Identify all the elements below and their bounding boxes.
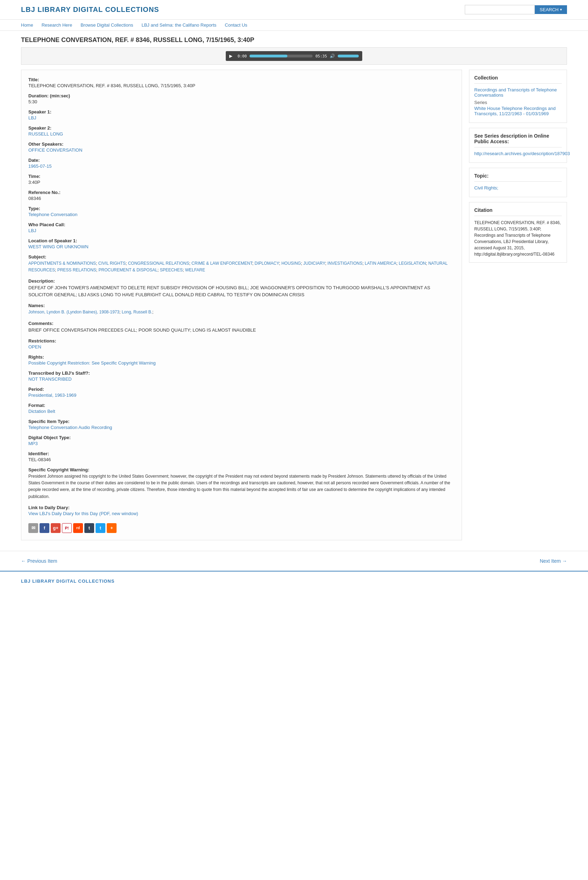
- ref-label: Reference No.:: [28, 190, 454, 195]
- subject-link-congressional[interactable]: CONGRESSIONAL RELATIONS: [128, 261, 189, 266]
- social-pinterest-button[interactable]: P!: [62, 523, 72, 533]
- other-speakers-link[interactable]: OFFICE CONVERSATION: [28, 147, 82, 153]
- opa-section: See Series description in Online Public …: [469, 128, 567, 163]
- pagination: ← Previous Item Next Item →: [0, 551, 588, 571]
- subject-link-appointments[interactable]: APPOINTMENTS & NOMINATIONS: [28, 261, 96, 266]
- audio-wrapper: ▶ 0:00 05:35 🔊: [21, 47, 567, 65]
- nav-research[interactable]: Research Here: [42, 23, 72, 28]
- topic-link[interactable]: Civil Rights;: [474, 185, 562, 191]
- collection-section: Collection Recordings and Transcripts of…: [469, 70, 567, 123]
- restrictions-link[interactable]: OPEN: [28, 344, 41, 350]
- restrictions-label: Restrictions:: [28, 338, 454, 344]
- subject-link-legislation[interactable]: LEGISLATION: [399, 261, 426, 266]
- social-email-button[interactable]: ✉: [28, 523, 38, 533]
- prev-item-link[interactable]: ← Previous Item: [21, 558, 57, 564]
- specific-item-type-link[interactable]: Telephone Conversation Audio Recording: [28, 425, 112, 430]
- subject-link-press[interactable]: PRESS RELATIONS: [57, 267, 96, 272]
- current-time: 0:00: [238, 54, 247, 59]
- search-bar: SEARCH: [465, 5, 567, 14]
- subject-link-procurement[interactable]: PROCUREMENT & DISPOSAL: [99, 267, 158, 272]
- identifier-value: TEL-08346: [28, 457, 454, 462]
- opa-link[interactable]: http://research.archives.gov/description…: [474, 151, 562, 156]
- next-item-link[interactable]: Next Item →: [540, 558, 567, 564]
- subject-link-speeches[interactable]: SPEECHES: [160, 267, 183, 272]
- title-label: Title:: [28, 77, 454, 82]
- format-link[interactable]: Dictation Belt: [28, 408, 55, 414]
- name-johnson[interactable]: Johnson, Lyndon B. (Lyndon Baines), 1908…: [28, 309, 119, 314]
- site-header: LBJ LIBRARY DIGITAL COLLECTIONS SEARCH: [0, 0, 588, 19]
- social-tumblr-button[interactable]: t: [84, 523, 94, 533]
- topic-title: Topic:: [474, 173, 562, 182]
- social-gplus-button[interactable]: g+: [51, 523, 60, 533]
- search-button[interactable]: SEARCH: [535, 5, 567, 14]
- social-share: ✉ f g+ P! rd t t +: [28, 523, 454, 533]
- subject-link-diplomacy[interactable]: DIPLOMACY: [255, 261, 279, 266]
- period-link[interactable]: Presidential, 1963-1969: [28, 393, 76, 398]
- speaker1-link[interactable]: LBJ: [28, 115, 36, 120]
- footer-title: LBJ LIBRARY DIGITAL COLLECTIONS: [21, 578, 567, 584]
- who-placed-label: Who Placed Call:: [28, 222, 454, 227]
- social-more-button[interactable]: +: [107, 523, 117, 533]
- subject-link-judiciary[interactable]: JUDICIARY: [303, 261, 325, 266]
- comments-value: BRIEF OFFICE CONVERSATION PRECEDES CALL;…: [28, 327, 454, 334]
- social-twitter-button[interactable]: t: [96, 523, 105, 533]
- site-footer: LBJ LIBRARY DIGITAL COLLECTIONS: [0, 571, 588, 591]
- left-panel: Title: TELEPHONE CONVERSATION, REF. # 83…: [21, 70, 462, 540]
- page-title-bar: TELEPHONE CONVERSATION, REF. # 8346, RUS…: [0, 31, 588, 47]
- social-facebook-button[interactable]: f: [39, 523, 50, 533]
- time-value: 3:40P: [28, 180, 454, 185]
- subject-links: APPOINTMENTS & NOMINATIONS; CIVIL RIGHTS…: [28, 260, 454, 273]
- subject-link-housing[interactable]: HOUSING: [281, 261, 301, 266]
- location-label: Location of Speaker 1:: [28, 238, 454, 243]
- speaker2-link[interactable]: RUSSELL LONG: [28, 131, 63, 137]
- digital-object-type-link[interactable]: MP3: [28, 441, 38, 446]
- name-long[interactable]: Long, Russell B.: [122, 309, 152, 314]
- series-label: Series: [474, 100, 562, 105]
- opa-title: See Series description in Online Public …: [474, 133, 562, 147]
- progress-fill: [249, 55, 287, 57]
- format-label: Format:: [28, 403, 454, 408]
- search-input[interactable]: [465, 5, 535, 14]
- subject-link-latin[interactable]: LATIN AMERICA: [365, 261, 396, 266]
- names-label: Names:: [28, 303, 454, 308]
- subject-link-crime[interactable]: CRIME & LAW ENFORCEMENT: [192, 261, 252, 266]
- citation-text: TELEPHONE CONVERSATION, REF. # 8346, RUS…: [474, 219, 562, 257]
- location-link[interactable]: WEST WING OR UNKNOWN: [28, 244, 88, 249]
- date-link[interactable]: 1965-07-15: [28, 164, 52, 169]
- nav-home[interactable]: Home: [21, 23, 33, 28]
- type-label: Type:: [28, 206, 454, 211]
- subject-link-investigations[interactable]: INVESTIGATIONS: [328, 261, 363, 266]
- daily-diary-link[interactable]: View LBJ's Daily Diary for this Day (PDF…: [28, 511, 138, 516]
- speaker1-label: Speaker 1:: [28, 109, 454, 114]
- progress-bar[interactable]: [249, 55, 312, 57]
- site-title: LBJ LIBRARY DIGITAL COLLECTIONS: [21, 6, 159, 14]
- nav-contact[interactable]: Contact Us: [225, 23, 247, 28]
- citation-section: Citation TELEPHONE CONVERSATION, REF. # …: [469, 202, 567, 263]
- duration-value: 5:30: [28, 99, 454, 104]
- transcribed-label: Transcribed by LBJ's Staff?:: [28, 371, 454, 376]
- rights-link[interactable]: Possible Copyright Restriction: See Spec…: [28, 360, 156, 366]
- subject-link-welfare[interactable]: WELFARE: [185, 267, 205, 272]
- right-panel: Collection Recordings and Transcripts of…: [469, 70, 567, 540]
- type-link[interactable]: Telephone Conversation: [28, 212, 77, 217]
- play-button[interactable]: ▶: [229, 53, 235, 59]
- nav-califano[interactable]: LBJ and Selma: the Califano Reports: [141, 23, 216, 28]
- series-link[interactable]: White House Telephone Recordings and Tra…: [474, 106, 562, 116]
- subject-link-civil-rights[interactable]: CIVIL RIGHTS: [98, 261, 126, 266]
- names-links: Johnson, Lyndon B. (Lyndon Baines), 1908…: [28, 309, 454, 315]
- copyright-warning-label: Specific Copyright Warning:: [28, 467, 454, 472]
- collection-link[interactable]: Recordings and Transcripts of Telephone …: [474, 87, 562, 98]
- who-placed-link[interactable]: LBJ: [28, 228, 36, 233]
- mute-button[interactable]: 🔊: [330, 54, 335, 59]
- speaker2-label: Speaker 2:: [28, 125, 454, 131]
- nav-browse[interactable]: Browse Digital Collections: [81, 23, 133, 28]
- duration-label: Duration: (min:sec): [28, 93, 454, 98]
- rights-label: Rights:: [28, 354, 454, 360]
- volume-bar[interactable]: [338, 55, 359, 57]
- transcribed-link[interactable]: NOT TRANSCRIBED: [28, 377, 72, 382]
- site-nav: Home Research Here Browse Digital Collec…: [0, 19, 588, 31]
- ref-value: 08346: [28, 196, 454, 201]
- social-reddit-button[interactable]: rd: [73, 523, 83, 533]
- topic-section: Topic: Civil Rights;: [469, 168, 567, 197]
- description-value: DEFEAT OF JOHN TOWER'S AMENDMENT TO DELE…: [28, 284, 454, 298]
